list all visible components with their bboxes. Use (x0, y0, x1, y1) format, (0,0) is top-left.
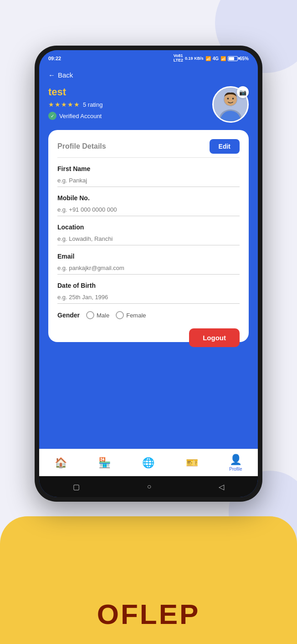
nav-store[interactable]: 🏪 (95, 455, 114, 471)
dob-field: Date of Birth (57, 282, 240, 304)
first-name-input[interactable] (57, 174, 240, 187)
divider (57, 157, 240, 158)
app-content: ← Back test ★★★★★ 5 rating ✓ Verified Ac… (39, 67, 258, 449)
back-button[interactable]: ← Back (48, 71, 249, 79)
battery-icon (228, 56, 238, 61)
female-radio[interactable] (116, 311, 124, 319)
nav-home[interactable]: 🏠 (51, 455, 71, 471)
first-name-field: First Name (57, 165, 240, 187)
nav-profile[interactable]: 👤 Profile (225, 452, 246, 473)
status-4g: 4G (213, 56, 219, 61)
phone-screen: 09:22 Vo81 LTE2 0.19 KB/s 📶 4G 📶 65% ← (39, 50, 258, 497)
location-label: Location (57, 223, 240, 231)
android-square-btn[interactable]: ▢ (73, 483, 80, 491)
email-input[interactable] (57, 262, 240, 275)
rating-text: 5 rating (83, 101, 102, 108)
status-data-speed: 0.19 KB/s (185, 56, 204, 61)
profile-card: Profile Details Edit First Name Mobile N… (48, 130, 249, 342)
status-right-icons: Vo81 LTE2 0.19 KB/s 📶 4G 📶 65% (174, 54, 249, 63)
home-icon: 🏠 (55, 457, 67, 469)
back-arrow-icon: ← (48, 71, 55, 79)
brand-title: OFLEP (97, 598, 200, 630)
deals-icon: 🎫 (186, 457, 198, 469)
dob-label: Date of Birth (57, 282, 240, 289)
gender-male-option[interactable]: Male (86, 311, 109, 319)
profile-header: test ★★★★★ 5 rating ✓ Verified Account (48, 86, 249, 123)
gender-row: Gender Male Female (57, 311, 240, 319)
male-label: Male (97, 312, 109, 319)
location-input[interactable] (57, 233, 240, 245)
phone-frame: 09:22 Vo81 LTE2 0.19 KB/s 📶 4G 📶 65% ← (35, 46, 262, 502)
female-label: Female (126, 312, 146, 319)
avatar-wrapper: 📷 (212, 86, 249, 123)
svg-point-4 (227, 98, 229, 99)
status-network: Vo81 LTE2 (174, 54, 183, 63)
camera-button[interactable]: 📷 (237, 86, 249, 98)
gender-female-option[interactable]: Female (116, 311, 146, 319)
mobile-input[interactable] (57, 203, 240, 216)
android-nav: ▢ ○ ◁ (39, 476, 258, 497)
card-header: Profile Details Edit (57, 139, 240, 154)
edit-button[interactable]: Edit (210, 139, 240, 154)
android-home-btn[interactable]: ○ (147, 483, 152, 491)
status-bar: 09:22 Vo81 LTE2 0.19 KB/s 📶 4G 📶 65% (39, 50, 258, 67)
store-icon: 🏪 (98, 457, 111, 469)
profile-info: test ★★★★★ 5 rating ✓ Verified Account (48, 86, 102, 120)
android-back-btn[interactable]: ◁ (219, 483, 224, 491)
verified-row: ✓ Verified Account (48, 112, 102, 120)
profile-nav-icon: 👤 (230, 454, 242, 466)
profile-username: test (48, 86, 102, 98)
male-radio[interactable] (86, 311, 94, 319)
profile-nav-label: Profile (229, 467, 242, 472)
card-title: Profile Details (57, 142, 106, 151)
globe-icon: 🌐 (142, 457, 154, 469)
location-field: Location (57, 223, 240, 245)
logout-button[interactable]: Logout (189, 328, 240, 347)
gender-label: Gender (57, 312, 80, 319)
mobile-field: Mobile No. (57, 194, 240, 216)
nav-deals[interactable]: 🎫 (182, 455, 202, 471)
back-label: Back (58, 71, 73, 79)
nav-globe[interactable]: 🌐 (138, 455, 158, 471)
camera-icon: 📷 (239, 89, 246, 96)
verified-label: Verified Account (59, 113, 102, 119)
battery-fill (229, 57, 234, 60)
status-signal2: 📶 (220, 56, 226, 61)
verified-icon: ✓ (48, 112, 56, 120)
mobile-label: Mobile No. (57, 194, 240, 202)
email-field: Email (57, 253, 240, 275)
svg-point-5 (232, 98, 234, 99)
star-icons: ★★★★★ (48, 101, 80, 108)
battery-pct: 65% (240, 56, 249, 61)
bottom-nav: 🏠 🏪 🌐 🎫 👤 Profile (39, 449, 258, 476)
first-name-label: First Name (57, 165, 240, 172)
rating-row: ★★★★★ 5 rating (48, 101, 102, 108)
email-label: Email (57, 253, 240, 260)
dob-input[interactable] (57, 291, 240, 304)
status-signal: 📶 (205, 56, 211, 61)
status-time: 09:22 (48, 56, 61, 61)
